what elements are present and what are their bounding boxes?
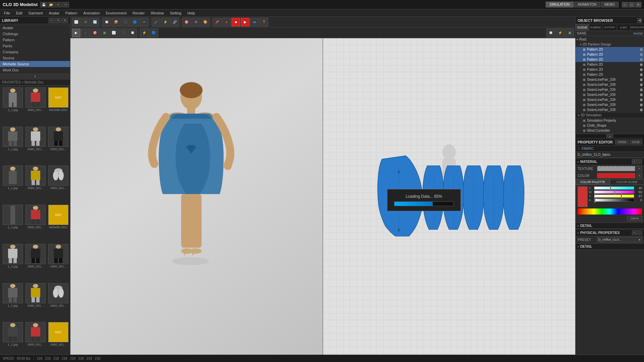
menu-render[interactable]: Render xyxy=(130,10,147,16)
tree-pattern2d-1[interactable]: ⊞ Pattern 2D xyxy=(576,47,644,52)
menu-pattern[interactable]: Pattern xyxy=(63,10,80,16)
menu-window[interactable]: Window xyxy=(148,10,166,16)
thumb-item[interactable]: 0060_001... xyxy=(25,244,46,282)
thumb-item[interactable]: 1_1.jpg xyxy=(2,87,23,125)
lib-item-clothings[interactable]: Clothings xyxy=(0,31,70,37)
tree-seam-4[interactable]: ⊞ SeamLinePair_339 xyxy=(576,92,644,97)
color-edit-btn[interactable]: ✎ xyxy=(637,173,642,178)
tab-apoint[interactable]: A-POINT xyxy=(603,24,617,31)
thumb-item[interactable]: 0060_001... xyxy=(48,166,69,203)
tree-pattern2d-2[interactable]: ⊞ Pattern 2D xyxy=(576,52,644,57)
prop-open-btn[interactable]: OPEN xyxy=(615,140,629,144)
color-swatch[interactable] xyxy=(597,173,635,178)
tree-sim-property[interactable]: ⊞ Simulation Property xyxy=(576,118,644,123)
tb-btn-12[interactable]: 🎯 xyxy=(182,18,191,26)
lib-new-btn[interactable]: + xyxy=(49,18,55,23)
tree-pattern2d-5[interactable]: ⊞ Pattern 2D xyxy=(576,67,644,72)
tb2-btn-4[interactable]: ▣ xyxy=(100,28,109,37)
redo-icon[interactable]: ↪ xyxy=(62,2,69,7)
thumb-item[interactable]: 0060_001... xyxy=(48,283,69,321)
tab-color-guide[interactable]: COLOR GUIDE xyxy=(610,179,644,185)
tb2-btn-3[interactable]: 🎯 xyxy=(91,28,99,37)
thumb-item[interactable]: 1_1.jpg xyxy=(2,166,23,203)
thumb-item[interactable]: 1_1.jpg xyxy=(2,127,23,165)
tb-btn-8[interactable]: ✂ xyxy=(140,18,149,26)
open-icon[interactable]: 📂 xyxy=(48,2,54,7)
thumb-item[interactable]: 1_1.jpg xyxy=(2,244,23,282)
memo-mode-btn[interactable]: MEMO xyxy=(601,2,619,7)
tab-measure[interactable]: MEASURE xyxy=(631,24,644,31)
tree-root[interactable]: ▸ Root xyxy=(576,37,644,42)
close-btn[interactable]: ✕ xyxy=(635,2,641,7)
tb-btn-10[interactable]: ⚡ xyxy=(161,18,170,26)
tb2-btn-7[interactable]: 🔲 xyxy=(128,28,137,37)
tree-seam-6[interactable]: ⊞ SeamLinePair_339 xyxy=(576,102,644,107)
tree-wind-controller[interactable]: ⊞ Wind Controller xyxy=(576,128,644,133)
tree-2d-design[interactable]: ▸ 2D Parttern Design xyxy=(576,42,644,47)
active-color-swatch[interactable] xyxy=(578,186,588,207)
thumb-item[interactable]: 0060_001... xyxy=(25,283,46,321)
tb-btn-17[interactable]: ■ xyxy=(231,18,240,26)
tb-btn-2[interactable]: ↺ xyxy=(81,18,90,26)
tb-btn-3[interactable]: 🔄 xyxy=(91,18,99,26)
thumb-item[interactable]: DOC Michelle DOC xyxy=(48,205,69,243)
panel-expand-btn[interactable]: ▲ xyxy=(606,134,613,138)
cmyk-mode-btn[interactable]: CMYK xyxy=(627,216,642,221)
simulation-mode-btn[interactable]: SIMULATION xyxy=(546,2,573,7)
menu-avatar[interactable]: Avatar xyxy=(46,10,62,16)
thumb-item[interactable]: 0060_001... xyxy=(25,127,46,165)
thumb-item[interactable]: 0060_001... xyxy=(25,205,46,243)
preset-dropdown[interactable]: D_chiffon_CLO... ▼ xyxy=(597,237,642,242)
maximize-btn[interactable]: □ xyxy=(629,2,635,7)
thumb-item[interactable]: 0060_001... xyxy=(48,127,69,165)
menu-edit[interactable]: Edit xyxy=(13,10,25,16)
animation-mode-btn[interactable]: ANIMAITON xyxy=(574,2,600,7)
tb2-2d-btn-1[interactable]: 🔲 xyxy=(546,28,555,37)
thumb-item[interactable]: 1_1.jpg xyxy=(2,205,23,243)
prop-save-btn[interactable]: SAVE xyxy=(630,140,642,144)
tb-btn-6[interactable]: ⬛ xyxy=(121,18,130,26)
tree-pattern2d-3[interactable]: ⊞ Pattern 2D xyxy=(576,57,644,62)
tree-cloth-shape[interactable]: ⊞ Cloth_Shape xyxy=(576,123,644,128)
obj-collapse-btn[interactable]: ◀ xyxy=(637,18,642,23)
tb2-btn-6[interactable]: ⬛ xyxy=(119,28,127,37)
tab-fabric[interactable]: FABRIC xyxy=(589,24,603,31)
physical-section-header[interactable]: ▸ PHYSICAL PROPERTIES + - xyxy=(576,229,644,236)
tab-color-palette[interactable]: COLOR PALETTE xyxy=(576,179,610,185)
menu-animation[interactable]: Animation xyxy=(81,10,103,16)
tree-seam-3[interactable]: ⊞ SeamLinePair_339 xyxy=(576,87,644,92)
tree-pattern2d-4[interactable]: ⊞ Pattern 2D xyxy=(576,62,644,67)
lib-item-pants[interactable]: Pants xyxy=(0,43,70,49)
tb2-2d-btn-3[interactable]: ▣ xyxy=(565,28,574,37)
menu-file[interactable]: File xyxy=(1,10,13,16)
lib-delete-btn[interactable]: ✕ xyxy=(62,18,68,23)
color-gradient-bar[interactable] xyxy=(578,208,642,215)
tb-btn-15[interactable]: 📌 xyxy=(213,18,221,26)
tree-seam-1[interactable]: ⊞ SeamLinePair_339 xyxy=(576,77,644,82)
menu-garment[interactable]: Garment xyxy=(26,10,46,16)
material-section-header[interactable]: ▸ MATERIAL + - xyxy=(576,158,644,165)
lib-item-avatar[interactable]: Avatar xyxy=(0,25,70,31)
tree-seam-5[interactable]: ⊞ SeamLinePair_339 xyxy=(576,97,644,102)
texture-edit-btn[interactable]: ✎ xyxy=(637,166,642,171)
menu-help[interactable]: Help xyxy=(185,10,198,16)
minimize-btn[interactable]: ─ xyxy=(622,2,628,7)
detail2-section-header[interactable]: ▸ DETAIL xyxy=(576,243,644,250)
tb2-btn-2[interactable]: ↕ xyxy=(81,28,90,37)
tb2-btn-9[interactable]: 🔵 xyxy=(149,28,158,37)
lib-item-work-doc[interactable]: Work Doc xyxy=(0,67,70,73)
tb-btn-14[interactable]: 🎨 xyxy=(201,18,210,26)
thumb-item[interactable]: 0060_001... xyxy=(25,87,46,125)
lib-edit-btn[interactable]: ✎ xyxy=(55,18,61,23)
tb2-btn-8[interactable]: ⚡ xyxy=(140,28,149,37)
tb2-btn-1[interactable]: ▶ xyxy=(72,28,80,37)
tb-btn-13[interactable]: ⚙ xyxy=(192,18,200,26)
menu-setting[interactable]: Setting xyxy=(167,10,184,16)
tree-pattern2d-6[interactable]: ⊞ Pattern 2D xyxy=(576,72,644,77)
physical-collapse-btn[interactable]: - xyxy=(637,230,642,235)
material-collapse-btn[interactable]: - xyxy=(637,159,642,164)
tb-btn-9[interactable]: 🖊 xyxy=(152,18,160,26)
tree-seam-2[interactable]: ⊞ SeamLinePair_339 xyxy=(576,82,644,87)
tb-btn-5[interactable]: 📦 xyxy=(112,18,120,26)
lib-item-company[interactable]: Company xyxy=(0,49,70,55)
